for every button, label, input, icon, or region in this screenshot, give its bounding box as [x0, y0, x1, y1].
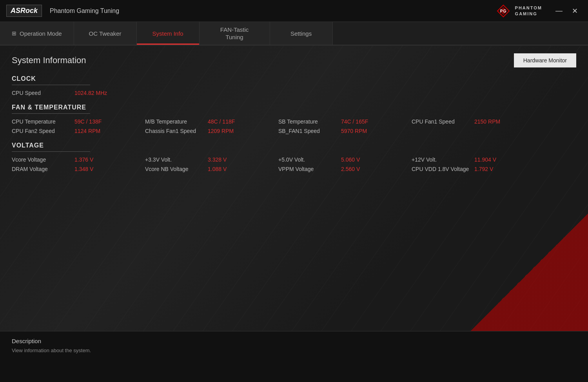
sb-temp-label: SB Temperature: [278, 118, 341, 125]
chassis-fan1-label: Chassis Fan1 Speed: [145, 128, 208, 134]
vcore-value: 1.376 V: [74, 156, 93, 163]
cpu-fan2-value: 1124 RPM: [74, 128, 100, 134]
vcore-nb-item: Vcore NB Voltage 1.088 V: [145, 166, 255, 172]
section-header: System Information Hardware Monitor: [12, 53, 576, 67]
tab-system-info[interactable]: System Info: [137, 22, 200, 45]
voltage-row-2: DRAM Voltage 1.348 V Vcore NB Voltage 1.…: [12, 166, 576, 172]
cpu-fan2-item: CPU Fan2 Speed 1124 RPM: [12, 128, 122, 134]
cpu-speed-item: CPU Speed 1024.82 MHz: [12, 90, 122, 96]
dram-item: DRAM Voltage 1.348 V: [12, 166, 122, 172]
vcore-item: Vcore Voltage 1.376 V: [12, 156, 122, 163]
tab-fan-tastic[interactable]: FAN-Tastic Tuning: [200, 22, 270, 45]
cpu-temp-label: CPU Temperature: [12, 118, 74, 125]
cpu-vdd-label: CPU VDD 1.8V Voltage: [412, 166, 474, 172]
vcore-nb-label: Vcore NB Voltage: [145, 166, 208, 172]
vppm-value: 2.560 V: [341, 166, 360, 172]
voltage-row-1: Vcore Voltage 1.376 V +3.3V Volt. 3.328 …: [12, 156, 576, 163]
grid-icon: ⊞: [12, 30, 16, 36]
cpu-speed-label: CPU Speed: [12, 90, 74, 96]
cpu-fan2-label: CPU Fan2 Speed: [12, 128, 74, 134]
app-title: Phantom Gaming Tuning: [50, 7, 495, 15]
description-text: View information about the system.: [12, 347, 576, 353]
vppm-item: VPPM Voltage 2.560 V: [278, 166, 388, 172]
5v-value: 5.060 V: [341, 156, 360, 163]
mb-temp-value: 48C / 118F: [208, 118, 235, 125]
tab-operation-mode[interactable]: ⊞ Operation Mode: [0, 22, 74, 45]
33v-item: +3.3V Volt. 3.328 V: [145, 156, 255, 163]
sb-fan1-label: SB_FAN1 Speed: [278, 128, 341, 134]
main-content: System Information Hardware Monitor CLOC…: [0, 45, 588, 331]
sb-temp-item: SB Temperature 74C / 165F: [278, 118, 388, 125]
12v-label: +12V Volt.: [412, 156, 474, 163]
asrock-logo: ASRock: [6, 5, 42, 17]
chassis-fan1-item: Chassis Fan1 Speed 1209 RPM: [145, 128, 255, 134]
12v-item: +12V Volt. 11.904 V: [412, 156, 521, 163]
12v-value: 11.904 V: [474, 156, 496, 163]
fan-temperature-section: FAN & TEMPERATURE CPU Temperature 59C / …: [12, 104, 576, 134]
dram-label: DRAM Voltage: [12, 166, 74, 172]
voltage-section: VOLTAGE Vcore Voltage 1.376 V +3.3V Volt…: [12, 142, 576, 172]
content-area: System Information Hardware Monitor CLOC…: [0, 45, 588, 331]
minimize-button[interactable]: —: [552, 5, 566, 16]
description-title: Description: [12, 338, 576, 344]
cpu-speed-value: 1024.82 MHz: [74, 90, 107, 96]
nav-bar: ⊞ Operation Mode OC Tweaker System Info …: [0, 22, 588, 45]
svg-text:PG: PG: [500, 9, 506, 13]
fan-temp-row-2: CPU Fan2 Speed 1124 RPM Chassis Fan1 Spe…: [12, 128, 576, 134]
hardware-monitor-button[interactable]: Hardware Monitor: [514, 53, 576, 67]
cpu-fan1-item: CPU Fan1 Speed 2150 RPM: [412, 118, 521, 125]
cpu-fan1-value: 2150 RPM: [474, 118, 500, 125]
voltage-label: VOLTAGE: [12, 142, 90, 152]
sb-fan1-value: 5970 RPM: [341, 128, 367, 134]
cpu-temp-item: CPU Temperature 59C / 138F: [12, 118, 122, 125]
title-bar: ASRock Phantom Gaming Tuning PG PHANTOMG…: [0, 0, 588, 22]
33v-value: 3.328 V: [208, 156, 227, 163]
mb-temp-item: M/B Temperature 48C / 118F: [145, 118, 255, 125]
clock-data-row: CPU Speed 1024.82 MHz: [12, 90, 576, 96]
clock-label: CLOCK: [12, 75, 90, 85]
33v-label: +3.3V Volt.: [145, 156, 208, 163]
cpu-vdd-item: CPU VDD 1.8V Voltage 1.792 V: [412, 166, 521, 172]
section-title: System Information: [12, 55, 86, 65]
fan-temperature-label: FAN & TEMPERATURE: [12, 104, 90, 114]
vcore-label: Vcore Voltage: [12, 156, 74, 163]
cpu-vdd-value: 1.792 V: [474, 166, 493, 172]
cpu-fan1-label: CPU Fan1 Speed: [412, 118, 474, 125]
vppm-label: VPPM Voltage: [278, 166, 341, 172]
tab-settings[interactable]: Settings: [270, 22, 333, 45]
sb-fan1-item: SB_FAN1 Speed 5970 RPM: [278, 128, 388, 134]
close-button[interactable]: ✕: [568, 5, 582, 17]
cpu-temp-value: 59C / 138F: [74, 118, 102, 125]
chassis-fan1-value: 1209 RPM: [208, 128, 234, 134]
dram-value: 1.348 V: [74, 166, 93, 172]
5v-label: +5.0V Volt.: [278, 156, 341, 163]
mb-temp-label: M/B Temperature: [145, 118, 208, 125]
fan-temp-row-1: CPU Temperature 59C / 138F M/B Temperatu…: [12, 118, 576, 125]
clock-section: CLOCK CPU Speed 1024.82 MHz: [12, 75, 576, 96]
sb-temp-value: 74C / 165F: [341, 118, 368, 125]
tab-oc-tweaker[interactable]: OC Tweaker: [74, 22, 137, 45]
phantom-gaming-logo: PG PHANTOMGAMING: [495, 3, 542, 19]
vcore-nb-value: 1.088 V: [208, 166, 227, 172]
5v-item: +5.0V Volt. 5.060 V: [278, 156, 388, 163]
description-bar: Description View information about the s…: [0, 331, 588, 382]
